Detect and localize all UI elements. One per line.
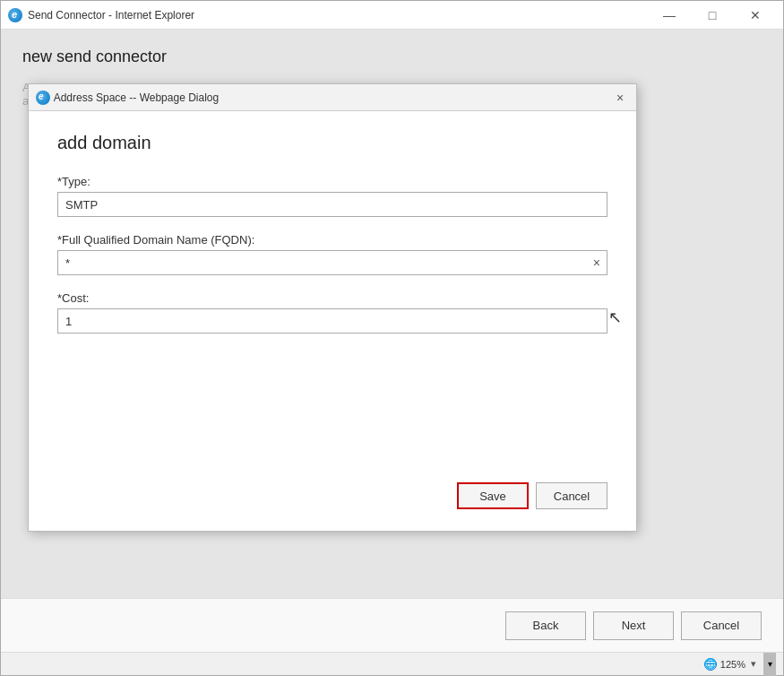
close-button[interactable]: ✕ — [735, 2, 776, 29]
type-label: *Type: — [57, 175, 607, 188]
next-button[interactable]: Next — [593, 611, 674, 640]
bottom-bar: Back Next Cancel — [1, 598, 783, 652]
minimize-button[interactable]: — — [649, 2, 690, 29]
fqdn-input-container: × — [57, 250, 607, 275]
cancel-button[interactable]: Cancel — [681, 611, 762, 640]
dialog-cancel-button[interactable]: Cancel — [536, 482, 607, 509]
back-button[interactable]: Back — [505, 611, 586, 640]
dialog-heading: add domain — [57, 133, 607, 153]
cost-label: *Cost: — [57, 291, 607, 305]
save-button[interactable]: Save — [457, 482, 529, 509]
window-title: Send Connector - Internet Explorer — [28, 9, 649, 22]
status-bar: 🌐 125% ▾ ▾ — [1, 652, 783, 675]
cost-input[interactable] — [57, 308, 607, 334]
main-content: new send connector A ad Address Space --… — [1, 30, 783, 598]
dialog-footer: Save Cancel — [29, 468, 636, 531]
dialog: Address Space -- Webpage Dialog × add do… — [28, 83, 637, 532]
type-input[interactable] — [57, 192, 607, 217]
fqdn-input[interactable] — [57, 250, 607, 275]
globe-icon: 🌐 — [704, 658, 717, 671]
dialog-title-text: Address Space -- Webpage Dialog — [54, 91, 611, 104]
type-form-group: *Type: — [57, 175, 607, 217]
maximize-button[interactable]: □ — [692, 2, 733, 29]
status-zone: 🌐 125% ▾ — [704, 658, 758, 671]
fqdn-clear-button[interactable]: × — [590, 255, 604, 271]
dialog-body: add domain *Type: *Full Qualified Domain… — [29, 111, 636, 468]
dialog-close-button[interactable]: × — [611, 89, 629, 107]
zoom-button[interactable]: ▾ — [749, 658, 758, 670]
fqdn-form-group: *Full Qualified Domain Name (FQDN): × — [57, 233, 607, 275]
dialog-ie-icon — [36, 91, 50, 105]
dialog-title-bar: Address Space -- Webpage Dialog × — [29, 84, 636, 111]
cost-form-group: *Cost: — [57, 291, 607, 334]
statusbar-dropdown[interactable]: ▾ — [763, 653, 776, 676]
fqdn-label: *Full Qualified Domain Name (FQDN): — [57, 233, 607, 247]
window-chrome: Send Connector - Internet Explorer — □ ✕… — [0, 0, 784, 676]
ie-app-icon — [8, 8, 22, 22]
title-bar: Send Connector - Internet Explorer — □ ✕ — [1, 1, 783, 30]
zoom-level: 125% — [720, 659, 745, 670]
window-controls: — □ ✕ — [649, 2, 776, 29]
dialog-overlay: Address Space -- Webpage Dialog × add do… — [1, 30, 783, 598]
